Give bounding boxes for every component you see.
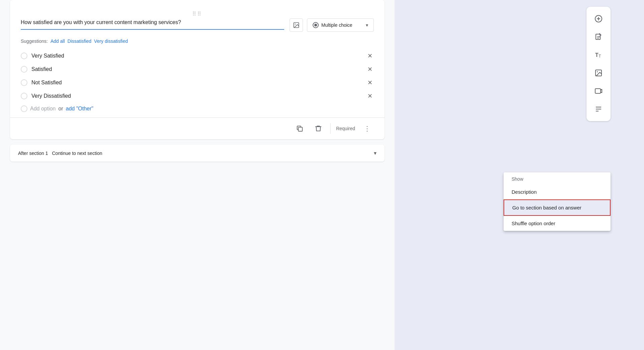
add-section-button[interactable] bbox=[591, 101, 607, 117]
question-tools: Multiple choice ▾ bbox=[290, 18, 374, 32]
add-option-radio bbox=[21, 105, 27, 112]
question-card: ⠿⠿ How satisfied are you with your curre… bbox=[10, 0, 385, 139]
section-prefix: After section 1 bbox=[18, 151, 48, 156]
chevron-down-icon: ▾ bbox=[366, 22, 368, 28]
delete-button[interactable] bbox=[312, 122, 325, 135]
add-title-button[interactable]: T T bbox=[591, 47, 607, 63]
required-label: Required bbox=[336, 126, 355, 131]
add-option-row: Add option or add "Other" bbox=[21, 103, 374, 117]
svg-text:T: T bbox=[595, 52, 599, 58]
radio-icon bbox=[313, 22, 319, 28]
section-action: Continue to next section bbox=[52, 151, 102, 156]
question-text[interactable]: How satisfied are you with your current … bbox=[21, 18, 284, 30]
right-sidebar: T T bbox=[586, 7, 611, 121]
option-text-4[interactable]: Very Dissatisfied bbox=[31, 93, 362, 99]
svg-rect-11 bbox=[595, 89, 601, 93]
option-radio-2 bbox=[21, 66, 27, 73]
option-radio-4 bbox=[21, 93, 27, 99]
remove-option-3[interactable]: ✕ bbox=[366, 79, 374, 87]
description-item[interactable]: Description bbox=[504, 184, 611, 199]
type-label: Multiple choice bbox=[321, 22, 363, 28]
list-item: Very Satisfied ✕ bbox=[21, 49, 374, 63]
shuffle-item[interactable]: Shuffle option order bbox=[504, 216, 611, 231]
or-text: or bbox=[59, 106, 63, 112]
remove-option-1[interactable]: ✕ bbox=[366, 52, 374, 60]
very-dissatisfied-link[interactable]: Very dissatisfied bbox=[94, 38, 128, 44]
option-radio-3 bbox=[21, 79, 27, 86]
list-item: Very Dissatisfied ✕ bbox=[21, 89, 374, 103]
option-text-3[interactable]: Not Satisfied bbox=[31, 80, 362, 86]
options-list: Very Satisfied ✕ Satisfied ✕ Not Satisfi… bbox=[21, 49, 374, 103]
svg-point-1 bbox=[295, 24, 296, 25]
add-video-button[interactable] bbox=[591, 83, 607, 99]
svg-point-10 bbox=[597, 71, 598, 72]
question-type-dropdown[interactable]: Multiple choice ▾ bbox=[307, 18, 374, 32]
dropdown-show-label: Show bbox=[504, 172, 611, 184]
import-question-button[interactable] bbox=[591, 29, 607, 45]
question-header: How satisfied are you with your current … bbox=[21, 18, 374, 34]
go-to-section-item[interactable]: Go to section based on answer bbox=[504, 199, 611, 216]
remove-option-2[interactable]: ✕ bbox=[366, 65, 374, 73]
add-image-button[interactable] bbox=[290, 18, 303, 32]
drag-handle[interactable]: ⠿⠿ bbox=[21, 8, 374, 18]
footer-divider bbox=[330, 123, 331, 134]
dropdown-menu: Show Description Go to section based on … bbox=[504, 172, 611, 231]
remove-option-4[interactable]: ✕ bbox=[366, 92, 374, 100]
add-image-sidebar-button[interactable] bbox=[591, 65, 607, 81]
suggestions-label: Suggestions: bbox=[21, 38, 48, 44]
add-option-placeholder[interactable]: Add option bbox=[30, 106, 56, 112]
add-all-link[interactable]: Add all bbox=[50, 38, 65, 44]
add-question-button[interactable] bbox=[591, 11, 607, 27]
card-footer: Required ⋮ bbox=[21, 118, 374, 139]
svg-text:T: T bbox=[599, 54, 601, 59]
section-footer: After section 1 Continue to next section… bbox=[10, 145, 385, 162]
option-text-1[interactable]: Very Satisfied bbox=[31, 53, 362, 59]
list-item: Not Satisfied ✕ bbox=[21, 76, 374, 89]
dissatisfied-link[interactable]: Dissatisfied bbox=[68, 38, 92, 44]
add-other-link[interactable]: add "Other" bbox=[66, 106, 94, 112]
option-text-2[interactable]: Satisfied bbox=[31, 66, 362, 72]
more-options-button[interactable]: ⋮ bbox=[360, 122, 374, 135]
svg-rect-2 bbox=[299, 127, 303, 131]
copy-button[interactable] bbox=[293, 122, 306, 135]
option-radio-1 bbox=[21, 53, 27, 59]
list-item: Satisfied ✕ bbox=[21, 63, 374, 76]
suggestions-row: Suggestions: Add all Dissatisfied Very d… bbox=[21, 34, 374, 49]
section-chevron-icon[interactable]: ▾ bbox=[374, 150, 377, 156]
